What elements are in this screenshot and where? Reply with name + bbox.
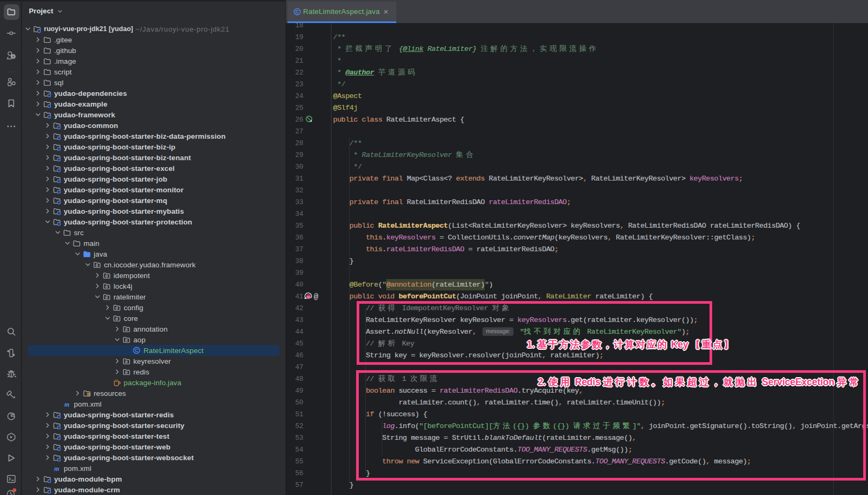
svg-text:?: ? [12,55,14,59]
svg-text:m: m [306,294,311,299]
